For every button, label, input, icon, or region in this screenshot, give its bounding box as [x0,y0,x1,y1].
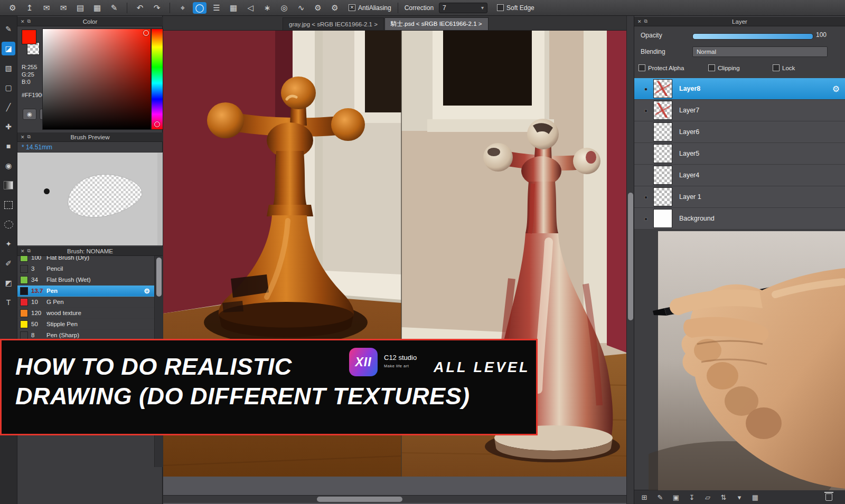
delete-layer-icon[interactable] [825,493,832,501]
brush-row[interactable]: 3 Pencil [17,263,154,274]
brush-settings-icon[interactable]: ⚙ [311,2,325,14]
text-tool[interactable]: T [2,296,15,309]
popout-icon[interactable]: ⧉ [27,134,31,140]
close-icon[interactable]: ✕ [21,135,25,140]
undo-button[interactable]: ↶ [133,2,147,14]
new-folder-icon[interactable]: ▱ [703,493,712,501]
antialiasing-checkbox[interactable]: ✕ [349,4,355,11]
close-icon[interactable]: ✕ [637,19,642,24]
layer-row-layer6[interactable]: ● Layer6 [634,121,845,143]
document-edit-icon[interactable]: ✎ [107,2,121,14]
document-icon[interactable]: ▤ [73,2,87,14]
layer-settings-icon[interactable]: ⚙ [832,84,840,93]
gradient-tool[interactable] [2,178,15,192]
clipping-checkbox[interactable] [708,64,715,71]
select-eraser-tool[interactable]: ◩ [2,276,15,290]
settings-icon[interactable]: ⚙ [6,2,20,14]
popout-icon[interactable]: ⧉ [27,18,31,24]
popout-icon[interactable]: ⧉ [27,248,31,254]
brush-scatter-icon[interactable]: ∗ [260,2,274,14]
layer-row-layer1[interactable]: ● Layer 1 [634,186,845,208]
brush-row[interactable]: 120 wood texture [17,308,154,319]
bucket-tool[interactable]: ◉ [2,159,15,173]
brush-row[interactable]: 100 Flat Brush (Dry) [17,256,154,263]
rotate-canvas-icon[interactable]: ⌖ [176,2,190,14]
layer-row-layer8[interactable]: ● Layer8 ⚙ [634,78,845,100]
halftone-icon: ▧ [5,64,12,72]
brush-settings-icon[interactable]: ⚙ [144,287,150,295]
tab-knight-psd[interactable]: 騎士.psd < sRGB IEC61966-2.1 > [384,17,489,30]
layer-row-layer7[interactable]: ● Layer7 [634,100,845,121]
select-pen-tool[interactable]: ✐ [2,256,15,270]
correction-select[interactable]: 7 ▾ [439,3,487,13]
opacity-slider[interactable] [692,33,813,40]
foreground-color-swatch[interactable] [22,30,36,44]
transfer-layer-icon[interactable]: ⇅ [719,493,728,501]
sv-cursor[interactable] [143,30,149,36]
brush-row[interactable]: 10 G Pen [17,297,154,308]
brush-ring-icon[interactable]: ◎ [277,2,291,14]
hue-cursor[interactable] [154,121,160,127]
hue-slider[interactable] [151,28,163,130]
line-tool[interactable]: ╱ [2,100,15,114]
clear-layer-icon[interactable]: ▦ [750,493,760,501]
layer-visibility-toggle[interactable]: ● [639,194,653,200]
new-sketch-layer-icon[interactable]: ✎ [655,493,665,501]
brush-size: 13.7 [31,288,46,294]
brush-row[interactable]: 34 Flat Brush (Wet) [17,274,154,286]
layer-visibility-toggle[interactable]: ● [639,86,653,92]
layer-visibility-toggle[interactable]: ● [639,108,653,113]
select-rect-tool[interactable] [2,198,15,212]
saturation-value-picker[interactable] [42,28,151,130]
export-icon[interactable]: ↥ [23,2,36,14]
protect-alpha-checkbox[interactable] [639,64,645,71]
popout-icon[interactable]: ⧉ [644,18,647,24]
preview-scrollbar[interactable] [157,153,163,245]
horizontal-scrollbar[interactable] [163,495,626,503]
layer-row-layer5[interactable]: ● Layer5 [634,143,845,165]
horizontal-scroll-thumb[interactable] [317,497,402,502]
new-layer-icon[interactable]: ⊞ [640,493,649,501]
eraser-tool[interactable]: ◪ [2,42,15,55]
layer-visibility-toggle[interactable]: ● [639,151,653,157]
brush-row-selected[interactable]: 13.7 Pen ⚙ [17,286,154,297]
layer-visibility-toggle[interactable]: ● [639,216,653,222]
vertical-scroll-thumb[interactable] [628,193,633,320]
select-lasso-tool[interactable] [2,217,15,231]
import-layer-icon[interactable]: ↧ [687,493,697,501]
brush-curve-icon[interactable]: ∿ [294,2,308,14]
layer-visibility-toggle[interactable]: ● [639,173,653,178]
brush-shape-grid-icon[interactable]: ▦ [227,2,240,14]
brush-shape-triangle-icon[interactable]: ◁ [243,2,257,14]
comment-icon[interactable]: ✉ [57,2,70,14]
move-tool[interactable]: ✚ [2,120,15,134]
brush-size-readout[interactable]: * 14.51mm [17,142,163,152]
blending-value: Normal [697,49,716,55]
redo-button[interactable]: ↷ [150,2,164,14]
document-grid-icon[interactable]: ▦ [90,2,104,14]
brush-settings2-icon[interactable]: ⚙ [328,2,342,14]
halftone-tool[interactable]: ▧ [2,61,15,75]
close-icon[interactable]: ✕ [21,249,25,254]
brush-shape-lines-icon[interactable]: ☰ [210,2,223,14]
layer-row-layer4[interactable]: ● Layer4 [634,165,845,186]
close-icon[interactable]: ✕ [21,19,25,24]
soft-edge-checkbox[interactable] [497,4,504,11]
blending-select[interactable]: Normal [692,46,828,57]
merge-layer-icon[interactable]: ▾ [735,493,744,501]
layer-visibility-toggle[interactable]: ● [639,129,653,135]
magic-wand-tool[interactable]: ✦ [2,237,15,251]
color-wheel-button[interactable]: ◉ [23,109,36,120]
brush-tool[interactable]: ✎ [2,22,15,36]
lock-checkbox[interactable] [773,64,780,71]
brush-row[interactable]: 50 Stipple Pen [17,319,154,330]
fill-rect-tool[interactable]: ■ [2,139,15,153]
shape-brush-tool[interactable]: ▢ [2,81,15,94]
tab-gray-jpg[interactable]: gray.jpg < sRGB IEC61966-2.1 > [283,17,384,30]
brush-list-scroll-thumb[interactable] [156,258,162,297]
brush-shape-circle-icon[interactable]: ◯ [193,2,206,14]
layer-row-background[interactable]: ● Background [634,208,845,230]
duplicate-layer-icon[interactable]: ▣ [671,493,681,501]
chat-icon[interactable]: ✉ [40,2,53,14]
vertical-scrollbar[interactable] [626,16,634,504]
